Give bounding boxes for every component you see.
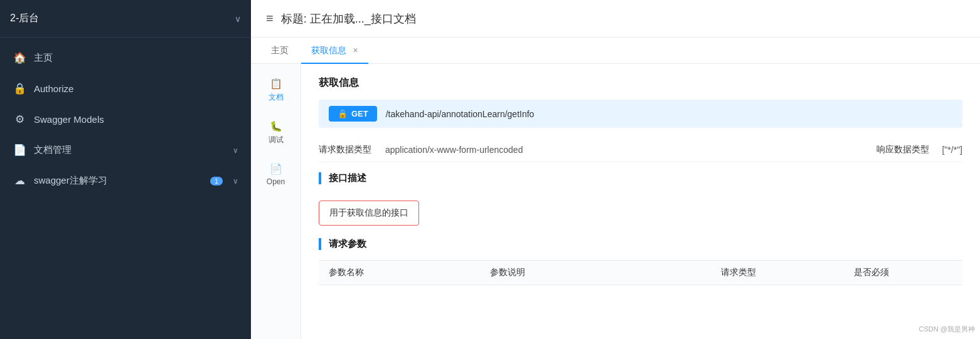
watermark: CSDN @我是男神: [919, 325, 975, 334]
content-area: 📋 文档 🐛 调试 📄 Open 获取信息 🔒 GET /takehand-: [251, 64, 980, 339]
panel-item-open[interactable]: 📄 Open: [251, 154, 301, 195]
main-content: ≡ 标题: 正在加载..._接口文档 主页 获取信息 ✕ 📋 文档 🐛 调试 📄…: [251, 0, 980, 339]
method-badge: 🔒 GET: [329, 106, 377, 122]
request-type-label: 请求数据类型: [319, 144, 375, 155]
panel-item-debug-label: 调试: [269, 135, 284, 145]
sidebar-item-label: Swagger Models: [34, 114, 238, 125]
api-url: /takehand-api/annotationLearn/getInfo: [386, 109, 535, 119]
method-label: GET: [351, 109, 368, 118]
request-type-value: application/x-www-form-urlencoded: [385, 145, 523, 155]
doc-panel-icon: 📋: [270, 78, 282, 90]
chevron-down-icon: ∨: [233, 177, 238, 185]
lock-icon: 🔒: [13, 82, 26, 95]
sidebar-item-label: 文档管理: [34, 144, 223, 156]
interface-desc-text: 用于获取信息的接口: [329, 207, 408, 217]
badge-count: 1: [210, 177, 223, 185]
debug-panel-icon: 🐛: [270, 120, 282, 132]
response-type-container: 响应数据类型 ["*/*"]: [876, 144, 962, 155]
sidebar-item-swagger-models[interactable]: ⚙ Swagger Models: [0, 104, 251, 135]
params-section: 请求参数: [319, 238, 962, 250]
sidebar-header[interactable]: 2-后台 ∨: [0, 0, 251, 38]
panel-item-debug[interactable]: 🐛 调试: [251, 112, 301, 154]
panel-item-doc[interactable]: 📋 文档: [251, 69, 301, 112]
params-col-desc: 参数说明: [480, 267, 711, 278]
panel-item-doc-label: 文档: [269, 92, 284, 103]
doc-panel: 获取信息 🔒 GET /takehand-api/annotationLearn…: [301, 64, 980, 339]
sidebar-item-label: Authorize: [34, 83, 238, 94]
panel-item-open-label: Open: [267, 177, 285, 186]
sidebar-item-label: 主页: [34, 52, 238, 64]
chevron-down-icon: ∨: [233, 146, 238, 155]
gear-icon: ⚙: [13, 113, 26, 126]
menu-icon: ≡: [266, 11, 274, 26]
method-bar: 🔒 GET /takehand-api/annotationLearn/getI…: [319, 100, 962, 128]
doc-icon: 📄: [13, 143, 26, 157]
tab-bar: 主页 获取信息 ✕: [251, 38, 980, 64]
request-info-row: 请求数据类型 application/x-www-form-urlencoded…: [319, 138, 962, 162]
sidebar-nav: 🏠 主页 🔒 Authorize ⚙ Swagger Models 📄 文档管理…: [0, 38, 251, 339]
interface-desc-box: 用于获取信息的接口: [319, 201, 419, 226]
sidebar-title: 2-后台: [10, 12, 39, 25]
left-panel: 📋 文档 🐛 调试 📄 Open: [251, 64, 301, 339]
tab-get-info-label: 获取信息: [311, 45, 346, 56]
doc-section-title: 获取信息: [319, 76, 962, 90]
sidebar-item-doc-mgmt[interactable]: 📄 文档管理 ∨: [0, 135, 251, 165]
params-title: 请求参数: [329, 238, 962, 250]
interface-desc-section: 接口描述: [319, 172, 962, 184]
tab-close-icon[interactable]: ✕: [353, 46, 358, 55]
open-panel-icon: 📄: [270, 163, 282, 175]
tab-home-label: 主页: [271, 45, 289, 56]
cloud-icon: ☁: [13, 174, 26, 187]
sidebar-item-label: swagger注解学习: [34, 175, 203, 187]
sidebar: 2-后台 ∨ 🏠 主页 🔒 Authorize ⚙ Swagger Models…: [0, 0, 251, 339]
sidebar-item-swagger-learn[interactable]: ☁ swagger注解学习 1 ∨: [0, 165, 251, 196]
params-col-type: 请求类型: [711, 267, 844, 278]
tab-home[interactable]: 主页: [261, 39, 299, 64]
page-title: 标题: 正在加载..._接口文档: [281, 11, 416, 26]
sidebar-dropdown-icon: ∨: [235, 14, 241, 24]
sidebar-item-authorize[interactable]: 🔒 Authorize: [0, 73, 251, 104]
interface-desc-title: 接口描述: [329, 172, 962, 184]
params-table-header: 参数名称 参数说明 请求类型 是否必须: [319, 260, 962, 285]
params-col-name: 参数名称: [319, 267, 480, 278]
response-type-label: 响应数据类型: [876, 144, 929, 155]
home-icon: 🏠: [13, 51, 26, 65]
params-col-req: 是否必须: [844, 267, 962, 278]
response-type-value: ["*/*"]: [942, 145, 962, 155]
main-header: ≡ 标题: 正在加载..._接口文档: [251, 0, 980, 38]
lock-small-icon: 🔒: [338, 109, 348, 118]
sidebar-item-home[interactable]: 🏠 主页: [0, 43, 251, 73]
tab-get-info[interactable]: 获取信息 ✕: [301, 39, 368, 64]
